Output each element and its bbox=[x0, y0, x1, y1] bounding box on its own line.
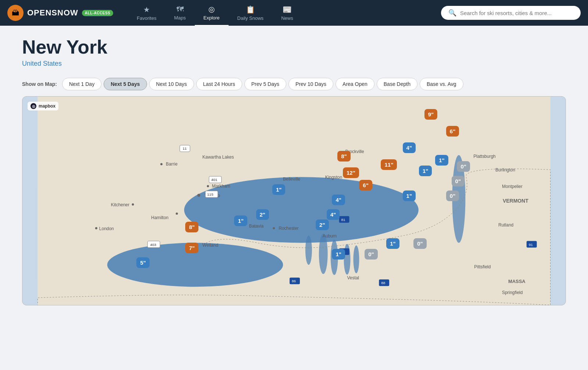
filter-btn-next-1-day[interactable]: Next 1 Day bbox=[62, 78, 101, 90]
snow-badge-15[interactable]: 2" bbox=[256, 209, 269, 220]
svg-text:Welland: Welland bbox=[202, 243, 218, 248]
snow-badge-19[interactable]: 8" bbox=[185, 222, 198, 232]
nav-icon: ◎ bbox=[208, 5, 215, 14]
svg-text:Kawartha Lakes: Kawartha Lakes bbox=[202, 155, 234, 160]
svg-text:Kitchener: Kitchener bbox=[111, 202, 129, 207]
svg-text:Barrie: Barrie bbox=[166, 162, 178, 167]
svg-point-13 bbox=[273, 227, 275, 229]
logo-text: OPENSNOW bbox=[27, 8, 78, 18]
search-icon: 🔍 bbox=[448, 9, 456, 17]
nav-label: Explore bbox=[204, 15, 220, 21]
snow-badge-17[interactable]: 1" bbox=[234, 215, 247, 226]
snow-badge-6[interactable]: 1" bbox=[419, 166, 432, 176]
snow-badge-11[interactable]: 1" bbox=[272, 184, 285, 195]
svg-text:Plattsburgh: Plattsburgh bbox=[473, 154, 495, 159]
svg-text:VERMONT: VERMONT bbox=[503, 198, 528, 204]
svg-text:Rutland: Rutland bbox=[498, 222, 513, 228]
navigation: 🏔 OPENSNOW ALL-ACCESS ★Favorites🗺Maps◎Ex… bbox=[0, 0, 588, 26]
svg-point-15 bbox=[160, 163, 162, 166]
filter-btn-base-depth[interactable]: Base Depth bbox=[377, 78, 417, 90]
snow-badge-23[interactable]: 0" bbox=[413, 238, 426, 249]
snow-badge-2[interactable]: 4" bbox=[403, 142, 416, 153]
filter-btn-base-vs.-avg[interactable]: Base vs. Avg bbox=[420, 78, 463, 90]
nav-item-favorites[interactable]: ★Favorites bbox=[128, 0, 165, 26]
nav-item-explore[interactable]: ◎Explore bbox=[195, 0, 229, 26]
snow-badge-16[interactable]: 4" bbox=[327, 209, 340, 220]
search-bar[interactable]: 🔍 bbox=[441, 6, 581, 20]
nav-icon: ★ bbox=[143, 5, 150, 14]
logo[interactable]: 🏔 OPENSNOW ALL-ACCESS bbox=[7, 5, 113, 21]
svg-text:88: 88 bbox=[381, 281, 386, 285]
nav-item-maps[interactable]: 🗺Maps bbox=[165, 0, 195, 26]
svg-text:Auburn: Auburn bbox=[323, 233, 337, 239]
filter-btn-last-24-hours[interactable]: Last 24 Hours bbox=[196, 78, 242, 90]
snow-badge-5[interactable]: 1" bbox=[435, 155, 448, 166]
svg-text:Rochester: Rochester bbox=[279, 226, 298, 231]
filter-btn-prev-10-days[interactable]: Prev 10 Days bbox=[288, 78, 333, 90]
svg-point-23 bbox=[95, 227, 97, 229]
svg-text:Vestal: Vestal bbox=[347, 275, 359, 280]
svg-text:81: 81 bbox=[341, 218, 346, 222]
snow-badge-20[interactable]: 7" bbox=[185, 243, 198, 253]
all-access-badge: ALL-ACCESS bbox=[82, 10, 113, 16]
svg-point-17 bbox=[176, 213, 178, 215]
snow-badge-25[interactable]: 0" bbox=[365, 249, 377, 260]
location-subtitle: United States bbox=[22, 60, 566, 68]
snow-badge-13[interactable]: 1" bbox=[403, 191, 416, 201]
filter-btn-next-10-days[interactable]: Next 10 Days bbox=[149, 78, 194, 90]
snow-badge-21[interactable]: 5" bbox=[136, 257, 149, 268]
filter-btn-next-5-days[interactable]: Next 5 Days bbox=[104, 78, 147, 90]
svg-text:115: 115 bbox=[207, 192, 214, 196]
svg-text:403: 403 bbox=[150, 243, 156, 247]
page-content: New York United States Show on Map: Next… bbox=[0, 26, 588, 305]
svg-text:86: 86 bbox=[292, 279, 296, 283]
snow-badge-3[interactable]: 8" bbox=[337, 151, 350, 162]
svg-text:Kingston: Kingston bbox=[325, 175, 342, 180]
mapbox-label: mapbox bbox=[39, 104, 55, 109]
filter-btn-area-open[interactable]: Area Open bbox=[336, 78, 374, 90]
svg-point-19 bbox=[207, 185, 209, 187]
filter-label: Show on Map: bbox=[22, 81, 57, 87]
svg-text:London: London bbox=[99, 226, 114, 231]
svg-text:11: 11 bbox=[183, 147, 187, 151]
svg-text:MASSA: MASSA bbox=[508, 279, 526, 284]
snow-badge-22[interactable]: 1" bbox=[386, 238, 399, 249]
nav-items: ★Favorites🗺Maps◎Explore📋Daily Snows📰News bbox=[128, 0, 302, 26]
nav-label: Favorites bbox=[137, 15, 156, 21]
nav-item-daily-snows[interactable]: 📋Daily Snows bbox=[229, 0, 273, 26]
svg-text:Batavia: Batavia bbox=[249, 224, 263, 229]
nav-label: Maps bbox=[174, 15, 186, 21]
nav-icon: 📰 bbox=[283, 5, 292, 14]
snow-badge-12[interactable]: 4" bbox=[332, 195, 345, 205]
svg-text:Belleville: Belleville bbox=[283, 177, 300, 182]
svg-point-8 bbox=[353, 246, 359, 273]
svg-text:Burlington: Burlington bbox=[495, 167, 515, 173]
snow-badge-18[interactable]: 2" bbox=[316, 220, 329, 230]
map-container[interactable]: Toronto Rochester Barrie Hamilton Markha… bbox=[22, 96, 566, 305]
nav-icon: 🗺 bbox=[176, 5, 184, 14]
svg-text:Markham: Markham bbox=[212, 184, 230, 189]
snow-badge-4[interactable]: 11" bbox=[381, 159, 397, 170]
snow-badge-0[interactable]: 9" bbox=[424, 109, 437, 120]
snow-badge-1[interactable]: 6" bbox=[446, 126, 459, 137]
search-input[interactable] bbox=[460, 10, 573, 16]
snow-badge-14[interactable]: 0" bbox=[446, 191, 459, 201]
nav-label: Daily Snows bbox=[237, 15, 264, 21]
snow-badge-9[interactable]: 0" bbox=[457, 161, 470, 172]
logo-icon: 🏔 bbox=[7, 5, 24, 21]
map-svg: Toronto Rochester Barrie Hamilton Markha… bbox=[22, 97, 566, 305]
filter-btn-prev-5-days[interactable]: Prev 5 Days bbox=[244, 78, 286, 90]
nav-item-news[interactable]: 📰News bbox=[272, 0, 302, 26]
svg-text:91: 91 bbox=[529, 243, 533, 247]
snow-badge-8[interactable]: 6" bbox=[359, 180, 372, 191]
snow-badge-7[interactable]: 12" bbox=[343, 167, 359, 178]
svg-point-11 bbox=[197, 194, 200, 197]
svg-point-9 bbox=[305, 236, 312, 265]
snow-badge-24[interactable]: 1" bbox=[332, 249, 345, 260]
svg-text:Hamilton: Hamilton bbox=[151, 215, 168, 220]
snow-badge-10[interactable]: 0" bbox=[452, 176, 465, 186]
svg-point-5 bbox=[319, 234, 328, 274]
filter-bar: Show on Map: Next 1 DayNext 5 DaysNext 1… bbox=[22, 78, 566, 90]
nav-icon: 📋 bbox=[246, 5, 255, 14]
svg-point-21 bbox=[132, 203, 134, 206]
